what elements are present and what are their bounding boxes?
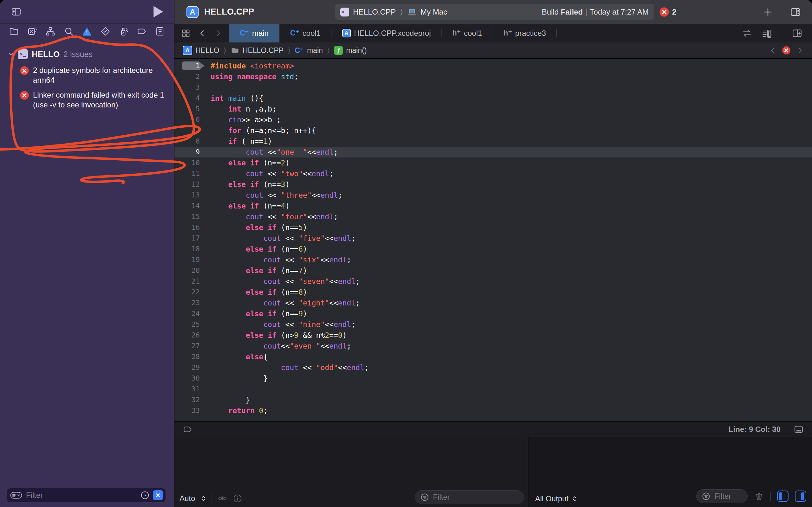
code-line-20[interactable]: 20 else if (n==7) [174, 265, 812, 276]
code-line-3[interactable]: 3 [174, 82, 812, 93]
inspector-toggle-icon[interactable] [790, 6, 801, 18]
updown-chevrons-icon[interactable] [571, 495, 578, 503]
recent-filter-icon[interactable] [140, 491, 150, 500]
code-line-19[interactable]: 19 cout << "six"<<endl; [174, 255, 812, 265]
code-line-5[interactable]: 5 int n ,a,b; [174, 104, 812, 114]
line-number[interactable]: 21 [174, 276, 206, 287]
line-number[interactable]: 14 [174, 201, 206, 211]
related-items-icon[interactable] [182, 29, 190, 38]
code-line-21[interactable]: 21 cout << "seven"<<endl; [174, 276, 812, 287]
line-number[interactable]: 5 [174, 104, 206, 114]
cursor-position[interactable]: Line: 9 Col: 30 [728, 425, 780, 434]
disclosure-chevron-icon[interactable] [8, 51, 14, 57]
code-line-10[interactable]: 10 else if (n==2) [174, 158, 812, 168]
code-line-16[interactable]: 16 else if (n==5) [174, 222, 812, 233]
show-variables-view-toggle[interactable] [777, 491, 789, 502]
breadcrumb-item[interactable]: AHELLO [183, 46, 219, 55]
add-editor-icon[interactable] [792, 28, 803, 39]
symbols-icon[interactable] [45, 26, 55, 37]
code-line-13[interactable]: 13 cout << "three"<<endl; [174, 190, 812, 201]
line-number[interactable]: 10 [174, 158, 206, 168]
code-line-27[interactable]: 27 cout<<"even "<<endl; [174, 341, 812, 351]
code-line-26[interactable]: 26 else if (n>9 && n%2==0) [174, 330, 812, 341]
line-number[interactable]: 11 [174, 168, 206, 179]
console-scope-select[interactable]: All Output [535, 494, 568, 503]
code-line-12[interactable]: 12 else if (n==3) [174, 179, 812, 190]
line-number[interactable]: 8 [174, 136, 206, 147]
line-number[interactable]: 9 [174, 147, 206, 158]
issues-icon[interactable] [82, 26, 92, 37]
source-control-icon[interactable] [27, 26, 38, 37]
run-button[interactable] [154, 6, 163, 17]
line-number[interactable]: 1 [174, 60, 206, 71]
info-icon[interactable] [233, 494, 242, 503]
issue-row[interactable]: Linker command failed with exit code 1 (… [0, 90, 174, 110]
clear-console-trash-icon[interactable] [754, 491, 764, 501]
code-line-24[interactable]: 24 else if (n==9) [174, 308, 812, 319]
code-line-28[interactable]: 28 else{ [174, 351, 812, 362]
line-number[interactable]: 26 [174, 330, 206, 341]
line-number[interactable]: 12 [174, 179, 206, 190]
previous-issue-button[interactable] [769, 47, 776, 54]
line-number[interactable]: 30 [174, 373, 206, 384]
filter-menu-icon[interactable] [10, 491, 22, 499]
issue-badge-icon[interactable] [781, 46, 791, 55]
line-number[interactable]: 17 [174, 233, 206, 244]
line-number[interactable]: 23 [174, 297, 206, 308]
console-filter-field[interactable]: Filter [696, 489, 748, 503]
line-number[interactable]: 25 [174, 319, 206, 330]
quicklook-eye-icon[interactable] [217, 494, 228, 503]
code-line-2[interactable]: 2using namespace std; [174, 71, 812, 82]
forward-button[interactable] [214, 30, 222, 37]
folder-icon[interactable] [9, 26, 19, 37]
show-console-toggle[interactable] [795, 491, 806, 502]
show-errors-only-button[interactable] [153, 490, 163, 500]
code-line-9[interactable]: 9 cout <<"one "<<endl; [174, 147, 812, 158]
code-line-33[interactable]: 33 return 0; [174, 405, 812, 416]
issue-row[interactable]: 2 duplicate symbols for architecture arm… [0, 65, 174, 85]
back-button[interactable] [199, 30, 206, 37]
code-line-22[interactable]: 22 else if (n==8) [174, 287, 812, 297]
line-number[interactable]: 29 [174, 362, 206, 373]
scheme-target-name[interactable]: HELLO.CPP [353, 8, 396, 16]
breadcrumb-item[interactable]: C⁺main [295, 46, 323, 55]
breakpoint-indicator-icon[interactable] [183, 425, 192, 434]
breakpoint-marker[interactable] [182, 61, 204, 70]
line-number[interactable]: 15 [174, 211, 206, 222]
line-number[interactable]: 24 [174, 308, 206, 319]
variables-filter-field[interactable]: Filter [415, 490, 524, 504]
code-line-29[interactable]: 29 cout << "odd"<<endl; [174, 362, 812, 373]
line-number[interactable]: 18 [174, 244, 206, 255]
line-number[interactable]: 33 [174, 405, 206, 416]
next-issue-button[interactable] [796, 47, 804, 54]
editor-tab-cool1[interactable]: C⁺cool1 [280, 24, 332, 43]
code-line-17[interactable]: 17 cout << "five"<<endl; [174, 233, 812, 244]
issues-project-row[interactable]: >_ HELLO 2 issues [0, 48, 174, 61]
code-line-23[interactable]: 23 cout << "eight"<<endl; [174, 297, 812, 308]
line-number[interactable]: 3 [174, 82, 206, 93]
line-number[interactable]: 7 [174, 125, 206, 136]
code-line-11[interactable]: 11 cout << "two"<<endl; [174, 168, 812, 179]
navigator-filter-field[interactable]: Filter [7, 488, 165, 502]
swap-editor-icon[interactable] [742, 28, 752, 38]
breadcrumb-item[interactable]: fmain() [334, 46, 367, 55]
source-editor[interactable]: 1#include <iostream>2using namespace std… [174, 59, 812, 424]
code-line-1[interactable]: 1#include <iostream> [174, 60, 812, 71]
code-line-18[interactable]: 18 else if (n==6) [174, 244, 812, 255]
breadcrumb-item[interactable]: HELLO.CPP [231, 46, 284, 55]
editor-tab-HELLO.CPP.xcodeproj[interactable]: AHELLO.CPP.xcodeproj [332, 24, 442, 43]
sidebar-toggle-icon[interactable] [11, 6, 21, 17]
editor-tab-practice3[interactable]: h⁺practice3 [493, 24, 557, 43]
editor-options-icon[interactable] [762, 28, 772, 39]
editor-tab-cool1[interactable]: h⁺cool1 [442, 24, 493, 43]
line-number[interactable]: 13 [174, 190, 206, 201]
new-tab-button[interactable] [763, 7, 773, 17]
line-number[interactable]: 28 [174, 351, 206, 362]
debug-area-toggle-icon[interactable] [794, 424, 804, 435]
code-line-7[interactable]: 7 for (n=a;n<=b; n++){ [174, 125, 812, 136]
reports-icon[interactable] [155, 26, 165, 37]
code-line-32[interactable]: 32 } [174, 395, 812, 405]
line-number[interactable]: 4 [174, 93, 206, 104]
line-number[interactable]: 6 [174, 114, 206, 125]
run-destination[interactable]: My Mac [420, 8, 447, 16]
